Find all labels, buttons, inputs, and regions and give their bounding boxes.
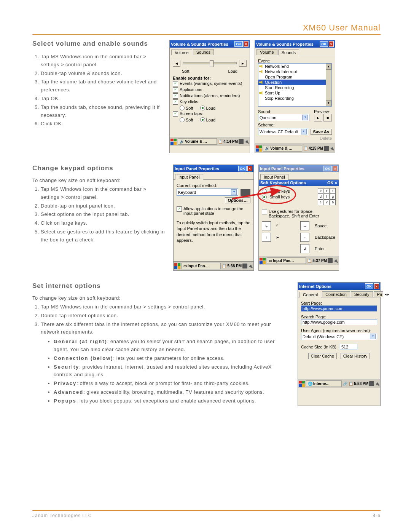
tab-sounds[interactable]: Sounds — [193, 49, 214, 55]
task-item[interactable]: ▭ Input Pan… — [182, 263, 221, 269]
window-title: Volume & Sounds Properties — [171, 42, 228, 46]
taskbar: ▭ Input Pan… 📋 5:38 PM 🔌 — [174, 261, 253, 270]
keyboard-icon[interactable] — [239, 139, 244, 144]
tab-volume[interactable]: Volume — [171, 50, 192, 55]
tray-icon[interactable]: 🔌 — [333, 259, 338, 263]
keyboard-icon[interactable] — [328, 258, 333, 263]
window-title: Internet Options — [299, 284, 331, 289]
tab-connection[interactable]: Connection — [322, 291, 350, 297]
task-item[interactable]: 🔊 Volume & … — [263, 145, 302, 152]
dialog-ok-button[interactable]: OK — [327, 181, 334, 185]
search-page-label: Search Page: — [301, 315, 377, 319]
user-agent-dropdown[interactable]: Default (Windows CE)▾ — [301, 333, 377, 340]
start-icon[interactable] — [174, 263, 180, 269]
ok-button[interactable]: OK — [320, 41, 328, 47]
step: There are six different tabs in the inte… — [41, 321, 290, 405]
enable-sounds-label: Enable sounds for: — [173, 76, 247, 80]
tab-sounds[interactable]: Sounds — [278, 50, 299, 55]
tab-volume[interactable]: Volume — [256, 49, 277, 55]
close-button[interactable]: × — [244, 41, 249, 47]
radio-taps-loud[interactable] — [200, 117, 205, 122]
checkbox-allow-change[interactable]: ✓ — [177, 206, 182, 212]
start-page-input[interactable]: http://www.janam.com — [301, 305, 377, 312]
search-page-input[interactable]: http://www.google.com — [301, 319, 377, 325]
tab-scroll-right[interactable]: ▸ — [387, 292, 389, 296]
start-icon[interactable] — [170, 139, 177, 145]
start-icon[interactable] — [260, 258, 266, 264]
ok-button[interactable]: OK — [238, 166, 247, 171]
checkbox-notifications[interactable]: ✓ — [173, 93, 178, 99]
sound-dropdown[interactable]: Question▾ — [258, 114, 309, 121]
checkbox-events-label: Events (warnings, system events) — [180, 81, 242, 86]
radio-keys-soft[interactable] — [180, 105, 185, 110]
checkbox-screentaps[interactable]: ✓ — [173, 111, 178, 117]
radio-taps-soft[interactable] — [180, 117, 185, 122]
tray-icon[interactable]: 🔌 — [244, 139, 249, 144]
vol-left-button[interactable]: ◄ — [173, 60, 180, 67]
keyboard-icon[interactable] — [324, 146, 329, 151]
radio-keys-loud[interactable] — [200, 105, 205, 110]
annotation-circle — [257, 185, 296, 204]
stop-button[interactable]: ■ — [323, 114, 332, 121]
radio-loud-label: Loud — [206, 118, 215, 122]
section-keypad: Change keypad options To change key size… — [32, 165, 381, 271]
dialog-close-button[interactable]: × — [335, 181, 337, 185]
play-button[interactable]: ► — [314, 114, 322, 121]
checkbox-events[interactable]: ✓ — [173, 81, 178, 86]
ok-button[interactable]: OK — [234, 41, 243, 47]
checkbox-gestures[interactable] — [262, 209, 267, 214]
tab-scroll-left[interactable]: ◂ — [385, 292, 387, 296]
tray-icon[interactable]: 🔌 — [375, 382, 379, 386]
clear-cache-button[interactable]: Clear Cache — [308, 353, 337, 359]
tab-input-panel[interactable]: Input Panel — [175, 174, 203, 180]
soft-label: Soft — [182, 69, 190, 73]
tab-input-panel[interactable]: Input Panel — [260, 174, 288, 180]
taskbar: 🌐 Interne… 🔗 📋 5:53 PM 🔌 — [298, 379, 380, 388]
save-as-button[interactable]: Save As — [311, 129, 332, 135]
checkbox-notif-label: Notifications (alarms, reminders) — [180, 93, 240, 98]
section3-steps: Tap MS Windows icon in the command bar >… — [41, 303, 290, 405]
gesture-back-label: Backspace — [315, 235, 336, 240]
taskbar: 🔊 Volume & … 📋 4:14 PM 🔌 — [170, 137, 250, 146]
event-listbox[interactable]: Network End Network Interrupt Open Progr… — [258, 63, 332, 107]
checkbox-keyclicks[interactable]: ✓ — [173, 99, 178, 105]
bullet: Security: provides intranet, internet, t… — [54, 363, 290, 379]
scheme-dropdown[interactable]: Windows CE Default▾ — [258, 128, 308, 135]
keyboard-icon[interactable] — [242, 264, 247, 268]
options-button[interactable]: Options… — [225, 197, 250, 203]
ok-button[interactable]: OK — [323, 166, 332, 171]
clear-history-button[interactable]: Clear History — [341, 353, 370, 359]
tray-icon[interactable]: 🔌 — [330, 146, 334, 150]
task-item[interactable]: 🔊 Volume & … — [178, 138, 217, 145]
vol-right-button[interactable]: ► — [239, 60, 247, 67]
close-button[interactable]: × — [374, 283, 379, 289]
step: Select options on the input panel tab. — [41, 211, 166, 219]
close-button[interactable]: × — [329, 41, 334, 47]
speaker-icon — [259, 80, 264, 84]
volume-slider[interactable] — [183, 62, 237, 64]
tip-text: To quickly switch input methods, tap the… — [177, 220, 250, 244]
method-dropdown[interactable]: Keyboard▾ — [177, 189, 238, 196]
tab-privacy[interactable]: Pri — [374, 291, 383, 297]
start-icon[interactable] — [256, 145, 262, 152]
tray-icon[interactable]: 🔌 — [248, 264, 253, 268]
titlebar: Volume & Sounds Properties OK × — [255, 40, 335, 48]
scrollbar[interactable]: ▴▾ — [326, 64, 331, 106]
task-item[interactable]: 🌐 Interne… — [306, 380, 342, 387]
section-volume: Select volume and enable sounds Tap MS W… — [32, 40, 381, 153]
task-item[interactable]: ▭ Input Pan… — [267, 257, 306, 264]
section1-title: Select volume and enable sounds — [32, 40, 162, 48]
step: Tap the volume tab and choose volume lev… — [41, 78, 162, 94]
tab-security[interactable]: Security — [351, 291, 373, 297]
tab-general[interactable]: General — [299, 292, 321, 297]
close-button[interactable]: × — [247, 166, 252, 171]
ok-button[interactable]: OK — [365, 283, 373, 289]
screenshot-input-panel: Input Panel Properties OK× Input Panel C… — [173, 165, 254, 271]
gesture-icon: ↳ — [262, 221, 271, 230]
cache-size-input[interactable]: 512 — [340, 344, 357, 350]
checkbox-apps[interactable]: ✓ — [173, 87, 178, 93]
close-button[interactable]: × — [333, 166, 338, 171]
keyboard-icon[interactable] — [369, 381, 374, 386]
window-title: Input Panel Properties — [175, 166, 219, 171]
start-icon[interactable] — [299, 381, 305, 387]
